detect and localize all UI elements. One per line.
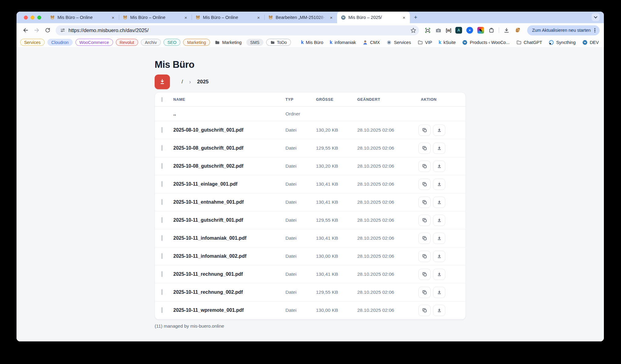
address-bar[interactable]: https://demo.misbuero.ch/dav/2025/ — [56, 25, 419, 35]
parent-directory-row[interactable]: .. Ordner — [155, 107, 465, 121]
bookmark-infomaniak[interactable]: k infomaniak — [328, 39, 358, 46]
copy-link-button[interactable] — [418, 215, 431, 226]
restart-to-update-button[interactable]: Zum Aktualisieren neu starten — [527, 25, 600, 35]
file-row[interactable]: 2025-10-11_infomaniak_001.pdf Datei 130,… — [155, 229, 465, 247]
row-checkbox[interactable] — [162, 307, 162, 313]
back-button[interactable] — [21, 25, 31, 35]
bookmark-marketing-folder[interactable]: Marketing — [213, 39, 244, 46]
bookmark-tab-group[interactable]: WooCommerce — [75, 39, 113, 46]
copy-link-button[interactable] — [418, 287, 431, 298]
clipboard-extension-icon[interactable] — [488, 27, 494, 33]
bookmark-products-woocommerce[interactable]: W Products ‹ WooCo... — [460, 39, 511, 46]
download-file-button[interactable] — [433, 197, 445, 208]
bookmark-ksuite[interactable]: k kSuite — [437, 39, 457, 46]
row-checkbox[interactable] — [162, 181, 162, 187]
file-row[interactable]: 2025-10-08_gutschrift_001.pdf Datei 129,… — [155, 139, 465, 157]
zoom-window-button[interactable] — [37, 16, 41, 20]
bookmark-star-icon[interactable] — [410, 27, 417, 34]
file-row[interactable]: 2025-10-11_wpremote_001.pdf Datei 130,00… — [155, 301, 465, 319]
bookmark-tab-group[interactable]: SMS — [246, 39, 263, 46]
tab-bearbeiten-mm[interactable]: Bearbeiten „MM-251028-182 × — [264, 12, 337, 23]
row-checkbox[interactable] — [162, 235, 162, 241]
download-file-button[interactable] — [433, 215, 445, 226]
tab-close-icon[interactable]: × — [329, 15, 334, 20]
row-checkbox[interactable] — [162, 145, 162, 151]
bookmark-tab-group[interactable]: Marketing — [183, 39, 210, 46]
download-file-button[interactable] — [433, 125, 445, 136]
dog-extension-icon[interactable] — [514, 27, 521, 34]
row-checkbox[interactable] — [162, 271, 162, 277]
site-settings-icon[interactable] — [60, 27, 65, 33]
tab-mis-buero-2025-active[interactable]: W Mis Büro – 2025/ × — [337, 12, 410, 23]
file-row[interactable]: 2025-10-11_rechnung_002.pdf Datei 129,55… — [155, 283, 465, 301]
tab-mis-buero-online-2[interactable]: Mis Büro – Online × — [119, 12, 192, 23]
file-row[interactable]: 2025-10-11_infomaniak_002.pdf Datei 130,… — [155, 247, 465, 265]
download-file-button[interactable] — [433, 269, 445, 280]
download-all-button[interactable] — [155, 75, 170, 89]
download-file-button[interactable] — [433, 287, 445, 298]
row-checkbox[interactable] — [162, 199, 162, 205]
bookmark-syncthing[interactable]: Syncthing — [547, 39, 578, 46]
bookmark-tab-group[interactable]: Revolut — [116, 39, 138, 46]
file-name-link[interactable]: 2025-10-08_gutschrift_001.pdf — [173, 145, 285, 151]
copy-link-button[interactable] — [418, 305, 431, 316]
bookmark-mis-buero[interactable]: k Mis Büro — [299, 39, 325, 46]
tab-mis-buero-online-1[interactable]: Mis Büro – Online × — [46, 12, 119, 23]
parent-directory-link[interactable]: .. — [173, 111, 285, 117]
tab-search-button[interactable] — [592, 13, 600, 21]
browser-menu-icon[interactable] — [594, 27, 596, 33]
breadcrumb-root[interactable]: / — [182, 79, 183, 85]
copy-link-button[interactable] — [418, 233, 431, 244]
bookmark-chatgpt[interactable]: ChatGPT — [514, 39, 544, 46]
bookmark-tab-group[interactable]: Services — [20, 39, 45, 46]
download-file-button[interactable] — [433, 143, 445, 154]
file-row[interactable]: 2025-10-11_einlage_001.pdf Datei 130,41 … — [155, 175, 465, 193]
color-picker-extension-icon[interactable]: ✎ — [477, 27, 484, 34]
bookmark-tab-group[interactable]: Cloudron — [47, 39, 73, 46]
file-name-link[interactable]: 2025-10-11_infomaniak_002.pdf — [173, 253, 285, 259]
row-checkbox[interactable] — [162, 217, 162, 223]
file-name-link[interactable]: 2025-08-10_gutschrift_001.pdf — [173, 127, 285, 133]
reload-button[interactable] — [43, 25, 53, 35]
copy-link-button[interactable] — [418, 197, 431, 208]
copy-link-button[interactable] — [418, 161, 431, 172]
file-name-link[interactable]: 2025-10-11_rechnung_002.pdf — [173, 289, 285, 295]
bookmark-tab-group[interactable]: SEO — [164, 39, 181, 46]
row-checkbox[interactable] — [162, 253, 162, 259]
tab-close-icon[interactable]: × — [110, 15, 116, 20]
bookmark-vip[interactable]: VIP — [416, 39, 434, 46]
file-row[interactable]: 2025-10-11_rechnung_001.pdf Datei 130,41… — [155, 265, 465, 283]
w-bracket-extension-icon[interactable]: [w] — [446, 28, 451, 33]
tab-close-icon[interactable]: × — [401, 15, 407, 20]
row-checkbox[interactable] — [162, 127, 162, 133]
copy-link-button[interactable] — [418, 143, 431, 154]
camera-extension-icon[interactable] — [435, 27, 442, 34]
a-tile-extension-icon[interactable]: A — [455, 27, 462, 34]
row-checkbox[interactable] — [162, 289, 162, 295]
row-checkbox[interactable] — [162, 163, 162, 169]
file-name-link[interactable]: 2025-10-11_einlage_001.pdf — [173, 181, 285, 187]
downloads-icon[interactable] — [503, 27, 510, 34]
file-row[interactable]: 2025-08-10_gutschrift_001.pdf Datei 130,… — [155, 121, 465, 139]
download-file-button[interactable] — [433, 233, 445, 244]
download-file-button[interactable] — [433, 161, 445, 172]
bookmark-tab-group[interactable]: Archiv — [141, 39, 161, 46]
copy-link-button[interactable] — [418, 179, 431, 190]
file-name-link[interactable]: 2025-10-11_entnahme_001.pdf — [173, 199, 285, 205]
tab-close-icon[interactable]: × — [183, 15, 189, 20]
new-tab-button[interactable]: + — [412, 13, 420, 21]
download-file-button[interactable] — [433, 251, 445, 262]
bookmark-dev[interactable]: W DEV — [580, 39, 601, 46]
select-all-checkbox[interactable] — [162, 97, 162, 102]
file-name-link[interactable]: 2025-10-11_wpremote_001.pdf — [173, 308, 285, 313]
url-text[interactable]: https://demo.misbuero.ch/dav/2025/ — [68, 27, 407, 33]
file-name-link[interactable]: 2025-10-11_rechnung_001.pdf — [173, 271, 285, 277]
download-file-button[interactable] — [433, 179, 445, 190]
blue-circle-extension-icon[interactable]: × — [466, 27, 473, 34]
close-window-button[interactable] — [24, 16, 28, 20]
copy-link-button[interactable] — [418, 251, 431, 262]
file-name-link[interactable]: 2025-10-11_infomaniak_001.pdf — [173, 235, 285, 241]
file-row[interactable]: 2025-10-11_entnahme_001.pdf Datei 130,41… — [155, 193, 465, 211]
screenshot-extension-icon[interactable] — [424, 27, 431, 34]
download-file-button[interactable] — [433, 305, 445, 316]
